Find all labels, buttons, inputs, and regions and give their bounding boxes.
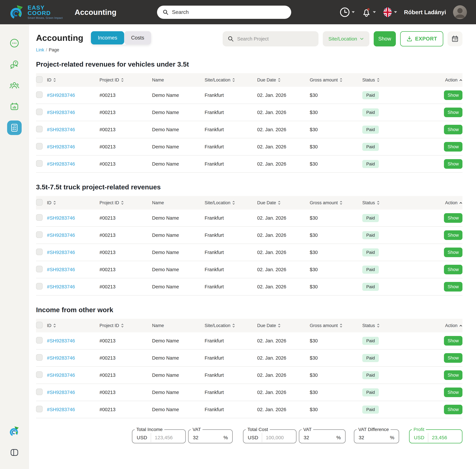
column-header-due_date[interactable]: Due Date [257, 200, 310, 205]
row-checkbox[interactable] [36, 160, 43, 167]
row-show-button[interactable]: Show [444, 142, 462, 151]
sidebar-item-reports[interactable] [7, 99, 22, 114]
row-id-link[interactable]: #SH9283746 [47, 267, 75, 272]
row-id-link[interactable]: #SH9283746 [47, 233, 75, 238]
column-header-action[interactable]: Action [445, 78, 462, 83]
row-id-link[interactable]: #SH9283746 [47, 284, 75, 289]
select-all-checkbox[interactable] [36, 76, 43, 83]
select-all-checkbox[interactable] [36, 199, 43, 206]
row-checkbox[interactable] [36, 249, 43, 255]
row-checkbox[interactable] [36, 109, 43, 115]
percent-value[interactable]: 32 [304, 435, 309, 440]
row-checkbox[interactable] [36, 371, 43, 378]
row-id-link[interactable]: #SH9283746 [47, 407, 75, 412]
row-id-link[interactable]: #SH9283746 [47, 372, 75, 378]
sidebar-logo[interactable] [7, 424, 22, 439]
row-checkbox[interactable] [36, 388, 43, 395]
row-id-link[interactable]: #SH9283746 [47, 110, 75, 115]
row-show-button[interactable]: Show [444, 230, 462, 240]
row-checkbox[interactable] [36, 231, 43, 238]
show-button[interactable]: Show [374, 31, 396, 47]
percent-value[interactable]: 32 [359, 435, 364, 440]
row-show-button[interactable]: Show [444, 265, 462, 274]
row-id-link[interactable]: #SH9283746 [47, 161, 75, 167]
row-checkbox[interactable] [36, 143, 43, 150]
row-due-date-cell: 02. Jan. 2026 [257, 390, 310, 395]
column-header-action[interactable]: Action [445, 323, 462, 328]
summary-field-inner: 32% [188, 432, 232, 443]
row-id-link[interactable]: #SH9283746 [47, 250, 75, 255]
row-checkbox[interactable] [36, 337, 43, 344]
row-id-link[interactable]: #SH9283746 [47, 355, 75, 361]
row-checkbox[interactable] [36, 126, 43, 132]
language-menu[interactable] [383, 7, 397, 17]
avatar[interactable] [453, 5, 467, 19]
sidebar-item-team[interactable] [7, 78, 22, 93]
row-show-button[interactable]: Show [444, 108, 462, 117]
select-all-checkbox[interactable] [36, 322, 43, 328]
date-range-button[interactable] [448, 31, 462, 46]
tab-incomes[interactable]: Incomes [91, 31, 124, 44]
sidebar-item-more[interactable] [7, 36, 22, 50]
amount-value[interactable]: 100,000 [266, 435, 284, 440]
row-show-button[interactable]: Show [444, 405, 462, 414]
clock-menu[interactable] [340, 7, 355, 17]
column-header-project_id[interactable]: Project ID [100, 200, 152, 205]
row-checkbox[interactable] [36, 266, 43, 272]
row-show-button[interactable]: Show [444, 213, 462, 223]
row-id-link[interactable]: #SH9283746 [47, 390, 75, 395]
column-header-id[interactable]: ID [47, 323, 100, 328]
tab-costs[interactable]: Costs [124, 31, 151, 44]
row-id-link[interactable]: #SH9283746 [47, 215, 75, 221]
row-name-cell: Demo Name [152, 372, 204, 378]
row-checkbox[interactable] [36, 354, 43, 361]
column-header-gross_amount[interactable]: Gross amount [310, 323, 362, 328]
row-checkbox[interactable] [36, 283, 43, 289]
column-header-gross_amount[interactable]: Gross amount [310, 200, 362, 205]
column-header-status[interactable]: Status [362, 78, 412, 83]
project-search-input[interactable] [237, 36, 314, 42]
sidebar-item-accounting[interactable] [7, 120, 22, 135]
column-header-id[interactable]: ID [47, 200, 100, 205]
site-location-dropdown[interactable]: Site/Location [323, 31, 369, 47]
column-header-status[interactable]: Status [362, 200, 412, 205]
user-name[interactable]: Róbert Ladányi [404, 9, 446, 16]
row-show-button[interactable]: Show [444, 370, 462, 380]
column-header-action[interactable]: Action [445, 200, 462, 205]
row-id-link[interactable]: #SH9283746 [47, 127, 75, 132]
row-show-button[interactable]: Show [444, 282, 462, 291]
row-id-link[interactable]: #SH9283746 [47, 144, 75, 149]
row-show-button[interactable]: Show [444, 387, 462, 397]
global-search-input[interactable] [172, 9, 286, 15]
export-button[interactable]: EXPORT [400, 31, 443, 47]
column-header-project_id[interactable]: Project ID [100, 78, 152, 83]
column-header-due_date[interactable]: Due Date [257, 78, 310, 83]
brand[interactable]: EASY COORD Smart Moves, Green Impact [9, 5, 63, 20]
column-header-site_location[interactable]: Site/Location [204, 200, 257, 205]
column-header-gross_amount[interactable]: Gross amount [310, 78, 362, 83]
row-checkbox[interactable] [36, 91, 43, 98]
row-checkbox[interactable] [36, 214, 43, 221]
row-show-button[interactable]: Show [444, 125, 462, 134]
row-checkbox[interactable] [36, 406, 43, 412]
column-header-status[interactable]: Status [362, 323, 412, 328]
row-id-link[interactable]: #SH9283746 [47, 93, 75, 98]
amount-value[interactable]: 123,456 [155, 435, 172, 440]
column-header-site_location[interactable]: Site/Location [204, 78, 257, 83]
row-show-button[interactable]: Show [444, 159, 462, 169]
row-id-link[interactable]: #SH9283746 [47, 338, 75, 343]
percent-value[interactable]: 32 [193, 435, 198, 440]
column-header-due_date[interactable]: Due Date [257, 323, 310, 328]
amount-value[interactable]: 23,456 [432, 435, 447, 440]
column-header-project_id[interactable]: Project ID [100, 323, 152, 328]
row-show-button[interactable]: Show [444, 248, 462, 257]
column-header-site_location[interactable]: Site/Location [204, 323, 257, 328]
sidebar-item-support[interactable]: ? [7, 57, 22, 71]
row-show-button[interactable]: Show [444, 353, 462, 363]
row-show-button[interactable]: Show [444, 336, 462, 346]
sidebar-collapse-toggle[interactable] [7, 445, 22, 460]
breadcrumb-link[interactable]: Link [36, 48, 44, 52]
notifications-menu[interactable] [362, 7, 376, 18]
column-header-id[interactable]: ID [47, 78, 100, 83]
row-show-button[interactable]: Show [444, 90, 462, 100]
